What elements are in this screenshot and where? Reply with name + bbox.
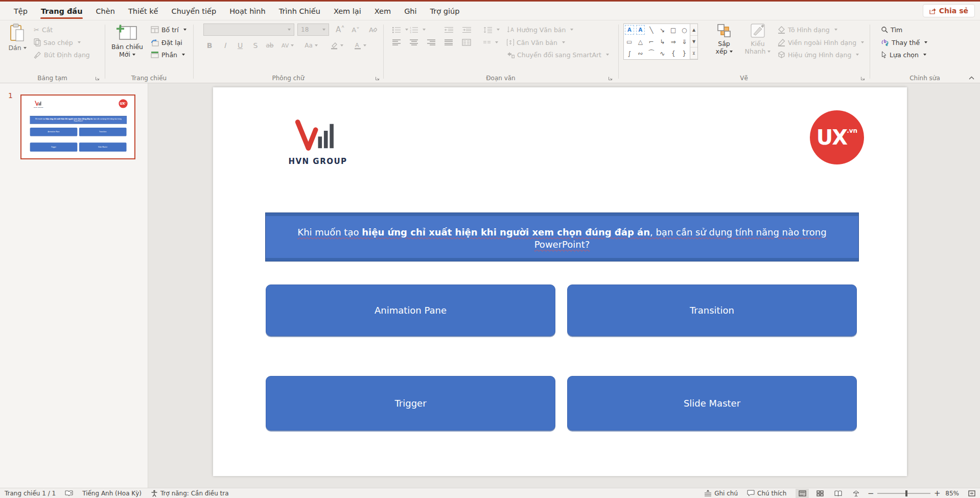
shapes-more-icon[interactable]: ⊻: [690, 48, 697, 59]
zoom-in-button[interactable]: +: [934, 489, 941, 498]
curve-icon[interactable]: ∿: [657, 48, 668, 59]
bold-button[interactable]: B: [203, 40, 216, 51]
italic-button[interactable]: I: [219, 40, 231, 51]
text-direction-button[interactable]: AHướng Văn bản: [507, 24, 573, 35]
language-indicator[interactable]: Tiếng Anh (Hoa Kỳ): [78, 488, 146, 498]
tab-slideshow[interactable]: Trình Chiếu: [272, 2, 327, 20]
clipboard-dialog-launcher-icon[interactable]: [95, 76, 100, 81]
fit-slide-button[interactable]: [964, 488, 980, 498]
textbox-vertical-icon[interactable]: A: [636, 25, 645, 35]
justify-button[interactable]: [445, 37, 453, 48]
format-painter-button[interactable]: Bút Định dạng: [34, 49, 90, 60]
clear-formatting-button[interactable]: A: [367, 24, 379, 35]
text-highlight-button[interactable]: [328, 40, 345, 51]
replace-button[interactable]: bcThay thế: [881, 37, 927, 48]
increase-indent-button[interactable]: [462, 24, 471, 35]
tab-transitions[interactable]: Chuyển tiếp: [165, 2, 223, 20]
tab-record[interactable]: Ghi: [398, 2, 423, 20]
copy-button[interactable]: Sao chép: [34, 37, 81, 48]
tab-insert[interactable]: Chèn: [89, 2, 121, 20]
new-slide-button[interactable]: Bản chiếuMới: [109, 23, 146, 58]
triangle-icon[interactable]: △: [635, 36, 646, 48]
view-slideshow-button[interactable]: [849, 489, 862, 498]
slide-counter[interactable]: Trang chiếu 1 / 1: [0, 488, 60, 498]
collapse-ribbon-chevron-icon[interactable]: [969, 76, 974, 80]
comments-toggle[interactable]: Chú thích: [742, 488, 791, 498]
layout-button[interactable]: Bố trí: [151, 24, 186, 35]
quick-styles-button[interactable]: KiểuNhanh: [742, 23, 774, 55]
answer-button-transition[interactable]: Transition: [567, 284, 857, 336]
underline-button[interactable]: U: [234, 40, 246, 51]
columns-button[interactable]: [462, 37, 471, 48]
tab-view[interactable]: Xem: [368, 2, 398, 20]
paste-button[interactable]: Dán: [4, 23, 31, 52]
textbox-horizontal-icon[interactable]: A: [625, 25, 634, 35]
zoom-slider-handle[interactable]: [905, 490, 907, 496]
drawing-dialog-launcher-icon[interactable]: [860, 76, 865, 81]
align-left-button[interactable]: [392, 37, 401, 48]
scribble-icon[interactable]: ∾: [635, 48, 646, 59]
shadow-button[interactable]: S: [249, 40, 262, 51]
shape-outline-button[interactable]: Viền ngoài Hình dạng: [778, 37, 864, 48]
arc-icon[interactable]: ⁀: [646, 48, 657, 59]
shape-fill-button[interactable]: Tô Hình dạng: [778, 24, 837, 35]
bullets-button[interactable]: [392, 24, 408, 35]
tab-home[interactable]: Trang đầu: [34, 2, 89, 20]
tab-file[interactable]: Tệp: [7, 2, 34, 20]
answer-button-animation-pane[interactable]: Animation Pane: [266, 284, 555, 336]
align-text-button[interactable]: Căn Văn bản: [507, 37, 565, 48]
character-spacing-button[interactable]: AV: [279, 40, 296, 51]
shapes-scroll-down-icon[interactable]: ▼: [690, 36, 697, 48]
font-size-combobox[interactable]: 18: [297, 23, 329, 36]
convert-smartart-button[interactable]: Chuyển đổi sang SmartArt: [507, 49, 609, 60]
select-button[interactable]: Lựa chọn: [881, 49, 926, 60]
answer-button-trigger[interactable]: Trigger: [266, 376, 555, 431]
arrange-button[interactable]: Sắpxếp: [709, 23, 739, 55]
shapes-scroll-up-icon[interactable]: ▲: [690, 24, 697, 36]
spell-check-icon[interactable]: [60, 488, 78, 498]
view-slide-sorter-button[interactable]: [813, 489, 827, 498]
tab-review[interactable]: Xem lại: [327, 2, 368, 20]
find-button[interactable]: Tìm: [881, 24, 902, 35]
right-arrow-icon[interactable]: ⇒: [668, 36, 679, 48]
elbow-connector-icon[interactable]: ⌐: [646, 36, 657, 48]
zoom-level[interactable]: 85%: [941, 488, 964, 498]
font-color-button[interactable]: A: [352, 40, 369, 51]
zoom-slider[interactable]: [877, 493, 930, 494]
answer-button-slide-master[interactable]: Slide Master: [567, 376, 857, 431]
tab-design[interactable]: Thiết kế: [122, 2, 165, 20]
add-remove-columns-button[interactable]: [483, 37, 498, 48]
freeform-icon[interactable]: ∫: [624, 48, 635, 59]
font-name-combobox[interactable]: [203, 23, 294, 36]
line-spacing-button[interactable]: [483, 24, 500, 35]
tab-animations[interactable]: Hoạt hình: [223, 2, 272, 20]
line-arrow-icon[interactable]: ↘: [657, 24, 668, 36]
align-right-button[interactable]: [427, 37, 435, 48]
slide-canvas[interactable]: HVN GROUP UX .vn Khi muốn tạo hiệu ứng c…: [213, 87, 907, 476]
accessibility-status[interactable]: Trợ năng: Cần điều tra: [146, 488, 234, 498]
down-arrow-icon[interactable]: ⇓: [679, 36, 690, 48]
cut-button[interactable]: ✂Cắt: [34, 24, 53, 35]
paragraph-dialog-launcher-icon[interactable]: [608, 76, 613, 81]
tab-help[interactable]: Trợ giúp: [424, 2, 466, 20]
rectangle-icon[interactable]: □: [668, 24, 679, 36]
rounded-rectangle-icon[interactable]: ▭: [624, 36, 635, 48]
notes-toggle[interactable]: Ghi chú: [699, 488, 742, 498]
change-case-button[interactable]: Aa: [302, 40, 320, 51]
view-normal-button[interactable]: [796, 489, 809, 498]
slide-thumbnail[interactable]: HVN GROUP UX.vn Khi muốn tạo hiệu ứng ch…: [20, 94, 135, 159]
numbering-button[interactable]: 123: [410, 24, 426, 35]
left-brace-icon[interactable]: {: [668, 48, 679, 59]
strikethrough-button[interactable]: ab: [264, 40, 276, 51]
line-icon[interactable]: ╲: [646, 24, 657, 36]
align-center-button[interactable]: [410, 37, 418, 48]
increase-font-size-button[interactable]: A˄: [334, 24, 346, 35]
oval-icon[interactable]: ○: [679, 24, 690, 36]
zoom-out-button[interactable]: −: [867, 489, 874, 498]
hvn-group-logo[interactable]: HVN GROUP: [287, 117, 348, 166]
font-dialog-launcher-icon[interactable]: [375, 76, 380, 81]
decrease-font-size-button[interactable]: A˅: [349, 24, 362, 35]
elbow-arrow-connector-icon[interactable]: ↳: [657, 36, 668, 48]
share-button[interactable]: Chia sẻ: [923, 4, 975, 17]
shape-effects-button[interactable]: Hiệu ứng Hình dạng: [778, 49, 859, 60]
